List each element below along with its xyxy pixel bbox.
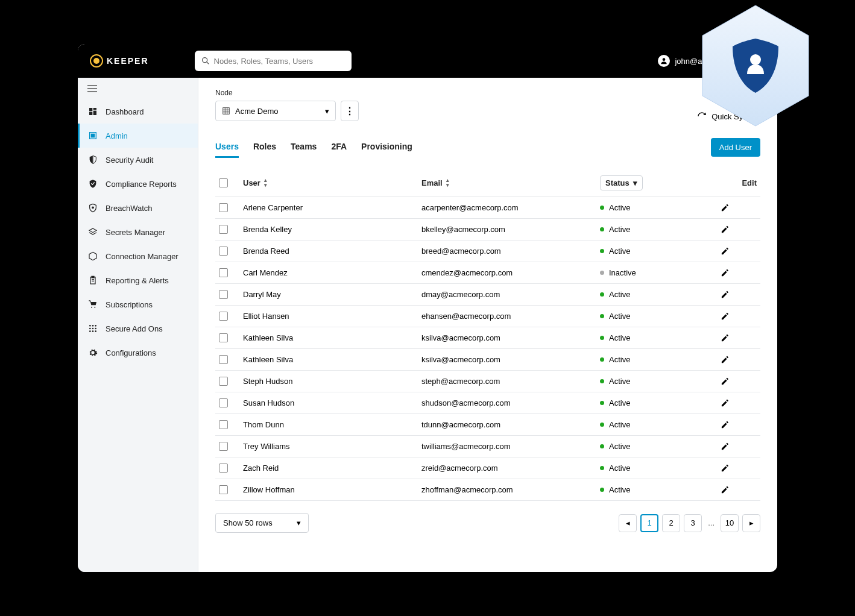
cell-email: zhoffman@acmecorp.com [421,485,600,494]
sidebar-item-admin[interactable]: Admin [78,124,198,148]
node-select[interactable]: Acme Demo ▾ [215,101,336,121]
svg-point-28 [92,330,94,332]
edit-row-button[interactable] [721,464,757,473]
col-edit: Edit [721,178,757,187]
select-all-checkbox[interactable] [219,178,228,187]
node-options-button[interactable]: ⋮ [341,101,359,121]
page-prev-button[interactable]: ◂ [619,514,637,532]
cell-email: ksilva@acmecorp.com [421,333,600,342]
edit-row-button[interactable] [721,247,757,256]
row-checkbox[interactable] [219,420,228,429]
page-next-button[interactable]: ▸ [742,514,760,532]
status-filter[interactable]: Status ▾ [600,175,643,190]
edit-row-button[interactable] [721,485,757,494]
pencil-icon [721,333,757,342]
table-row: Thom Dunntdunn@acmecorp.comActive [215,414,760,436]
edit-row-button[interactable] [721,398,757,407]
row-checkbox[interactable] [219,312,228,321]
pencil-icon [721,290,757,299]
edit-row-button[interactable] [721,420,757,429]
status-dot-icon [600,357,604,362]
row-checkbox[interactable] [219,442,228,451]
add-user-button[interactable]: Add User [711,138,760,157]
sidebar-item-label: Compliance Reports [106,180,177,189]
table-row: Arlene Carpenteracarpenter@acmecorp.comA… [215,197,760,219]
page-button-3[interactable]: 3 [684,514,702,532]
cell-email: cmendez@acmecorp.com [421,268,600,277]
sidebar-item-configurations[interactable]: Configurations [78,341,198,365]
cell-email: bkelley@acmecorp.com [421,225,600,234]
row-checkbox[interactable] [219,464,228,473]
tab-2fa[interactable]: 2FA [331,137,347,158]
page-button-10[interactable]: 10 [721,514,739,532]
row-checkbox[interactable] [219,268,228,277]
search-box[interactable] [195,51,352,71]
row-checkbox[interactable] [219,398,228,407]
row-checkbox[interactable] [219,203,228,212]
account-menu[interactable]: john@acme-demo.com ▾ [658,55,765,67]
rows-per-page-select[interactable]: Show 50 rows ▾ [215,513,309,533]
tab-teams[interactable]: Teams [291,137,317,158]
clipboard-icon [87,275,98,285]
sidebar-item-secure-add-ons[interactable]: Secure Add Ons [78,316,198,341]
shield-eye-icon [87,203,98,213]
page-button-1[interactable]: 1 [640,514,658,532]
status-dot-icon [600,444,604,448]
row-checkbox[interactable] [219,247,228,256]
org-icon [222,107,230,115]
cart-icon [87,300,98,309]
hamburger-button[interactable] [78,78,198,99]
row-checkbox[interactable] [219,377,228,386]
svg-point-26 [95,328,96,330]
edit-row-button[interactable] [721,268,757,277]
svg-point-2 [663,58,666,61]
cell-user: Thom Dunn [243,420,421,429]
col-user[interactable]: User ▴▾ [243,178,421,187]
page-button-2[interactable]: 2 [662,514,680,532]
sidebar-item-compliance-reports[interactable]: Compliance Reports [78,172,198,196]
edit-row-button[interactable] [721,442,757,451]
sidebar-item-security-audit[interactable]: Security Audit [78,148,198,172]
cell-status: Active [600,203,721,212]
edit-row-button[interactable] [721,333,757,342]
row-checkbox[interactable] [219,290,228,299]
edit-row-button[interactable] [721,203,757,212]
edit-row-button[interactable] [721,290,757,299]
tab-users[interactable]: Users [215,137,239,158]
cell-user: Brenda Reed [243,247,421,256]
edit-row-button[interactable] [721,312,757,321]
sidebar-item-connection-manager[interactable]: Connection Manager [78,244,198,268]
svg-rect-8 [93,111,96,115]
edit-row-button[interactable] [721,225,757,234]
table-row: Carl Mendezcmendez@acmecorp.comInactive [215,262,760,284]
row-checkbox[interactable] [219,225,228,234]
edit-row-button[interactable] [721,377,757,386]
sidebar-item-label: Secure Add Ons [106,324,163,333]
row-checkbox[interactable] [219,333,228,342]
shield-check-icon [87,179,98,189]
quick-sync-label: Quick Sync [711,112,751,121]
svg-rect-16 [92,276,94,278]
search-input[interactable] [214,57,345,66]
pagination: ◂ 123...10 ▸ [619,514,760,532]
sidebar-item-reporting-alerts[interactable]: Reporting & Alerts [78,268,198,292]
svg-point-25 [92,328,94,330]
pencil-icon [721,485,757,494]
sidebar-item-dashboard[interactable]: Dashboard [78,99,198,124]
row-checkbox[interactable] [219,355,228,364]
tab-roles[interactable]: Roles [253,137,276,158]
edit-row-button[interactable] [721,355,757,364]
row-checkbox[interactable] [219,485,228,494]
tab-provisioning[interactable]: Provisioning [361,137,412,158]
sidebar-item-subscriptions[interactable]: Subscriptions [78,292,198,316]
status-dot-icon [600,466,604,470]
sidebar-item-label: Reporting & Alerts [106,276,169,285]
cell-status: Active [600,355,721,364]
cell-status: Active [600,333,721,342]
table-row: Kathleen Silvaksilva@acmecorp.comActive [215,327,760,349]
sidebar-item-breachwatch[interactable]: BreachWatch [78,196,198,220]
col-email[interactable]: Email ▴▾ [421,178,600,187]
cell-email: breed@acmecorp.com [421,247,600,256]
quick-sync-button[interactable]: Quick Sync ▾ [697,112,760,121]
sidebar-item-secrets-manager[interactable]: Secrets Manager [78,220,198,244]
